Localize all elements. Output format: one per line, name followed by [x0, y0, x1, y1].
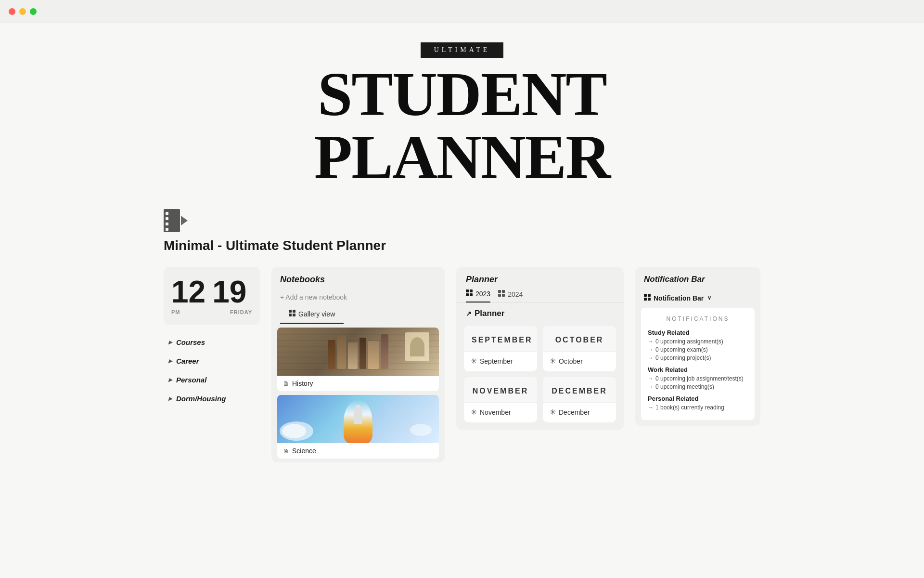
month-body-september: ✳ September [464, 352, 537, 371]
personal-item-books: → 1 book(s) currently reading [648, 404, 748, 411]
svg-rect-12 [644, 294, 647, 297]
work-item-jobs: → 0 upcoming job assignment/test(s) [648, 375, 748, 382]
icon-row [164, 209, 760, 232]
month-label-september: September [480, 357, 513, 365]
external-link-icon: ↗ [466, 310, 472, 317]
notebooks-panel-title: Notebooks [271, 267, 445, 290]
science-icon: 🗎 [283, 447, 289, 455]
asterisk-december: ✳ [550, 407, 556, 417]
ultimate-badge: ULTIMATE [421, 42, 504, 58]
svg-rect-13 [648, 294, 651, 297]
svg-rect-7 [470, 293, 473, 296]
nav-label-dorm: Dorm/Housing [176, 394, 226, 403]
planner-panel-title: Planner [466, 275, 498, 285]
month-header-november: NOVEMBER [464, 377, 537, 403]
planner-section-header: ↗ Planner [456, 303, 624, 322]
nav-arrow-courses: ▶ [168, 340, 172, 345]
planner-header: Planner [456, 267, 624, 285]
nav-item-courses[interactable]: ▶ Courses [164, 334, 260, 350]
svg-rect-10 [498, 294, 501, 297]
nav-label-career: Career [176, 357, 199, 365]
month-card-november[interactable]: NOVEMBER ✳ November [464, 377, 537, 422]
left-sidebar: 12 19 PM FRIDAY ▶ Courses ▶ Career [164, 267, 260, 407]
svg-rect-2 [289, 314, 292, 316]
asterisk-november: ✳ [471, 407, 477, 417]
page-header: ULTIMATE STUDENT PLANNER [164, 23, 760, 197]
assignments-label: 0 upcoming assignment(s) [655, 338, 723, 345]
months-grid: SEPTEMBER ✳ September OCTOBER ✳ October [456, 322, 624, 430]
notebooks-panel: Notebooks + Add a new notebook Gallery v… [271, 267, 445, 462]
chevron-down-icon: ∨ [707, 295, 711, 301]
clock-period: PM [171, 309, 180, 315]
notebook-label-history: 🗎 History [277, 376, 439, 391]
add-notebook-button[interactable]: + Add a new notebook [271, 290, 445, 306]
notebook-card-history[interactable]: 🗎 History [277, 328, 439, 391]
notification-bar-label: Notification Bar [654, 294, 704, 302]
science-thumbnail [277, 395, 439, 443]
nav-item-dorm[interactable]: ▶ Dorm/Housing [164, 391, 260, 407]
planner-tab-2024[interactable]: 2024 [498, 289, 523, 302]
svg-rect-14 [644, 298, 647, 301]
nav-arrow-personal: ▶ [168, 377, 172, 382]
month-header-october: OCTOBER [543, 326, 616, 352]
exams-label: 0 upcoming exam(s) [655, 346, 708, 353]
notification-bar-button[interactable]: Notification Bar ∨ [635, 290, 760, 308]
month-header-september: SEPTEMBER [464, 326, 537, 352]
arrow-icon-2: → [648, 346, 654, 353]
notification-panel-title: Notification Bar [635, 267, 760, 290]
science-name: Science [292, 447, 316, 455]
notifications-section-title: NOTIFICATIONS [648, 315, 748, 322]
tab-2023-label: 2023 [475, 290, 490, 298]
svg-rect-6 [466, 293, 469, 296]
asterisk-october: ✳ [550, 356, 556, 366]
maximize-button[interactable] [30, 8, 37, 15]
add-notebook-label: + Add a new notebook [280, 293, 347, 301]
gallery-icon [289, 310, 295, 318]
svg-rect-3 [293, 314, 295, 316]
clock-hour: 12 [171, 276, 205, 307]
month-card-october[interactable]: OCTOBER ✳ October [543, 326, 616, 371]
page-container: ULTIMATE STUDENT PLANNER Minimal - Ultim… [125, 23, 799, 501]
svg-rect-8 [498, 290, 501, 293]
work-item-meetings: → 0 upcoming meeting(s) [648, 383, 748, 390]
film-icon [164, 209, 188, 232]
close-button[interactable] [9, 8, 15, 15]
month-body-october: ✳ October [543, 352, 616, 371]
history-thumbnail [277, 328, 439, 376]
month-card-september[interactable]: SEPTEMBER ✳ September [464, 326, 537, 371]
planner-tabs: 2023 2024 [456, 285, 624, 303]
study-item-exams: → 0 upcoming exam(s) [648, 346, 748, 353]
arrow-icon-5: → [648, 383, 654, 390]
grid-icon-2024 [498, 290, 505, 298]
work-related-title: Work Related [648, 366, 748, 373]
arrow-icon-4: → [648, 375, 654, 382]
notebook-card-science[interactable]: 🗎 Science [277, 395, 439, 459]
month-header-december: DECEMBER [543, 377, 616, 403]
nav-item-personal[interactable]: ▶ Personal [164, 372, 260, 388]
books-label: 1 book(s) currently reading [655, 404, 724, 411]
svg-rect-5 [470, 289, 473, 292]
clock-labels: PM FRIDAY [171, 309, 252, 315]
svg-rect-4 [466, 289, 469, 292]
notification-panel: Notification Bar Notification Bar ∨ NOTI… [635, 267, 760, 426]
window-chrome [0, 0, 924, 23]
month-card-december[interactable]: DECEMBER ✳ December [543, 377, 616, 422]
arrow-icon-6: → [648, 404, 654, 411]
svg-rect-11 [502, 294, 505, 297]
svg-rect-15 [648, 298, 651, 301]
asterisk-september: ✳ [471, 356, 477, 366]
projects-label: 0 upcoming project(s) [655, 355, 711, 361]
minimize-button[interactable] [19, 8, 26, 15]
nav-label-courses: Courses [176, 338, 205, 346]
planner-tab-2023[interactable]: 2023 [466, 289, 490, 302]
month-label-november: November [480, 408, 511, 416]
svg-rect-1 [293, 310, 295, 313]
page-subtitle: Minimal - Ultimate Student Planner [164, 238, 760, 253]
nav-label-personal: Personal [176, 376, 206, 384]
gallery-view-button[interactable]: Gallery view [280, 306, 344, 324]
planner-panel: Planner 2023 [456, 267, 624, 430]
clock-section: 12 19 PM FRIDAY [164, 267, 260, 325]
grid-icon-2023 [466, 289, 473, 298]
tab-2024-label: 2024 [508, 290, 523, 298]
nav-item-career[interactable]: ▶ Career [164, 353, 260, 369]
